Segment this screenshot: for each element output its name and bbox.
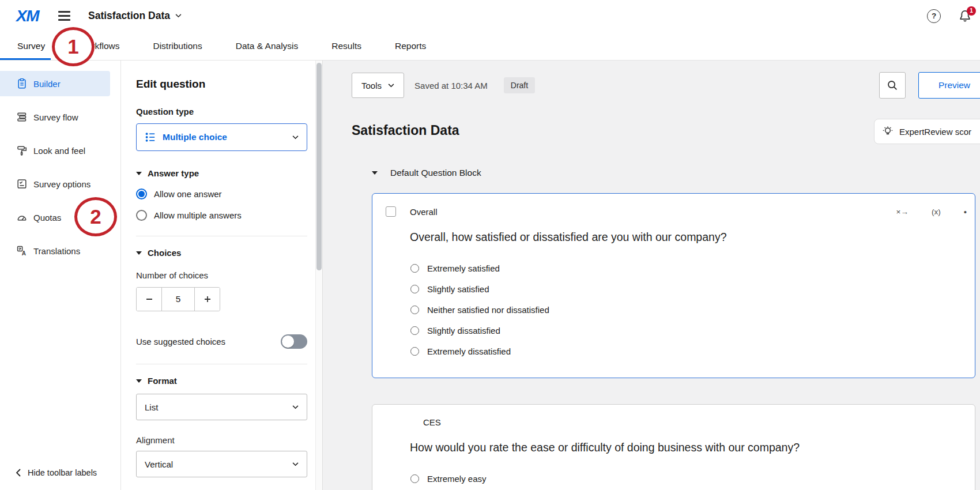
answer-option-label: Extremely dissatisfied — [427, 346, 511, 356]
radio-selected-icon — [136, 189, 147, 199]
survey-options-icon — [16, 178, 28, 190]
answer-option-label: Slightly satisfied — [427, 284, 489, 294]
panel-divider — [136, 364, 307, 364]
main-tabs: Survey Workflows Distributions Data & An… — [0, 32, 980, 61]
question-checkbox[interactable] — [386, 206, 396, 217]
annotation-circle-1: 1 — [52, 27, 95, 66]
question-card-ces[interactable]: CES How would you rate the ease or diffi… — [372, 404, 975, 490]
radio-icon — [410, 474, 419, 483]
radio-option-label: Allow one answer — [154, 189, 222, 199]
help-icon[interactable]: ? — [927, 9, 941, 23]
question-text[interactable]: How would you rate the ease or difficult… — [410, 441, 963, 454]
answer-options: Extremely satisfied Slightly satisfied N… — [410, 258, 975, 361]
answer-options: Extremely easy — [410, 468, 975, 490]
radio-option-label: Allow multiple answers — [154, 210, 242, 220]
question-type-value: Multiple choice — [163, 132, 227, 142]
tab-results[interactable]: Results — [331, 41, 361, 51]
answer-type-section-header[interactable]: Answer type — [136, 168, 299, 178]
expert-review-score[interactable]: ExpertReview scor — [874, 119, 980, 144]
tab-reports[interactable]: Reports — [395, 41, 426, 51]
topbar-actions: ? 1 — [927, 9, 980, 23]
tab-survey[interactable]: Survey — [17, 41, 45, 51]
collapse-triangle-icon — [136, 379, 142, 383]
decrement-button[interactable] — [137, 288, 162, 311]
tools-button[interactable]: Tools — [352, 73, 404, 98]
question-id-label[interactable]: Overall — [410, 207, 438, 217]
format-label: Format — [148, 376, 177, 386]
project-title-dropdown[interactable]: Satisfaction Data — [88, 10, 182, 22]
search-icon — [887, 80, 898, 91]
radio-icon — [410, 306, 419, 314]
expert-review-label: ExpertReview scor — [899, 127, 971, 137]
answer-option-label: Extremely easy — [427, 474, 487, 484]
tab-data-analysis[interactable]: Data & Analysis — [236, 41, 299, 51]
format-select[interactable]: List — [136, 394, 307, 420]
suggested-choices-toggle[interactable] — [281, 334, 307, 349]
question-text[interactable]: Overall, how satisfied or dissatisfied a… — [410, 231, 963, 244]
exclude-variable-icon[interactable]: (x) — [932, 208, 941, 216]
block-collapse-icon[interactable] — [372, 171, 378, 175]
alignment-value: Vertical — [145, 459, 173, 469]
notifications-button[interactable]: 1 — [958, 9, 972, 23]
choices-label: Choices — [148, 248, 181, 258]
more-options-icon[interactable]: • — [964, 207, 967, 217]
format-value: List — [145, 402, 158, 412]
hide-toolbar-labels-button[interactable]: Hide toolbar labels — [16, 468, 97, 477]
question-id-label[interactable]: CES — [423, 417, 441, 427]
question-type-select[interactable]: Multiple choice — [136, 123, 307, 151]
sidebar-item-look-and-feel[interactable]: Look and feel — [0, 138, 110, 163]
radio-icon — [410, 347, 419, 356]
collapse-triangle-icon — [136, 172, 142, 175]
quotas-gauge-icon — [16, 212, 28, 223]
tab-distributions[interactable]: Distributions — [153, 41, 202, 51]
sidebar-item-translations[interactable]: A Translations — [0, 238, 110, 263]
project-title: Satisfaction Data — [88, 10, 170, 22]
chevron-left-icon — [16, 469, 21, 477]
collapse-triangle-icon — [136, 251, 142, 255]
builder-icon — [16, 78, 28, 89]
choices-count-value[interactable]: 5 — [162, 288, 194, 311]
block-title: Default Question Block — [390, 168, 481, 178]
sidebar-item-survey-options[interactable]: Survey options — [0, 171, 110, 197]
answer-option[interactable]: Slightly satisfied — [410, 278, 975, 299]
chevron-down-icon — [388, 84, 394, 88]
menu-icon[interactable] — [58, 11, 72, 20]
topbar: XM Satisfaction Data ? 1 — [0, 0, 980, 32]
hide-toolbar-labels-text: Hide toolbar labels — [28, 468, 97, 477]
chevron-down-icon — [292, 462, 299, 466]
autosave-status: Saved at 10:34 AM — [414, 81, 488, 91]
search-button[interactable] — [879, 72, 906, 99]
sidebar-item-builder[interactable]: Builder — [0, 71, 110, 96]
svg-text:A: A — [22, 250, 26, 257]
lightbulb-icon — [882, 126, 894, 137]
preview-button[interactable]: Preview — [918, 72, 980, 99]
allow-one-answer-option[interactable]: Allow one answer — [136, 189, 299, 199]
choices-section-header[interactable]: Choices — [136, 248, 299, 258]
survey-toolbar-sidebar: Builder Survey flow Look and feel Survey… — [0, 61, 121, 490]
increment-button[interactable] — [194, 288, 220, 311]
answer-option[interactable]: Extremely easy — [410, 468, 975, 489]
answer-option-label: Neither satisfied nor dissatisfied — [427, 305, 549, 315]
question-header: CES — [372, 405, 975, 427]
answer-option[interactable]: Neither satisfied nor dissatisfied — [410, 299, 975, 320]
answer-option[interactable]: Extremely dissatisfied — [410, 341, 975, 361]
xm-logo[interactable]: XM — [16, 7, 39, 25]
question-card-overall[interactable]: Overall ×→ (x) • Overall, how satisfied … — [372, 193, 975, 378]
answer-type-label: Answer type — [148, 168, 199, 178]
minus-icon — [145, 295, 153, 303]
plus-icon — [203, 295, 212, 303]
format-section-header[interactable]: Format — [136, 376, 299, 386]
sidebar-item-survey-flow[interactable]: Survey flow — [0, 104, 110, 130]
panel-scrollbar-thumb[interactable] — [316, 63, 322, 270]
radio-icon — [410, 264, 419, 273]
survey-canvas: Tools Saved at 10:34 AM Draft Preview Sa… — [323, 61, 980, 490]
alignment-select[interactable]: Vertical — [136, 451, 307, 477]
answer-option[interactable]: Extremely satisfied — [410, 258, 975, 278]
answer-option[interactable]: Slightly dissatisfied — [410, 320, 975, 341]
survey-title-row: Satisfaction Data ExpertReview scor — [352, 123, 980, 142]
annotation-circle-2: 2 — [74, 197, 117, 236]
skip-logic-icon[interactable]: ×→ — [896, 208, 909, 216]
radio-icon — [410, 285, 419, 293]
question-block-header: Default Question Block — [372, 168, 980, 178]
allow-multiple-answers-option[interactable]: Allow multiple answers — [136, 210, 299, 221]
